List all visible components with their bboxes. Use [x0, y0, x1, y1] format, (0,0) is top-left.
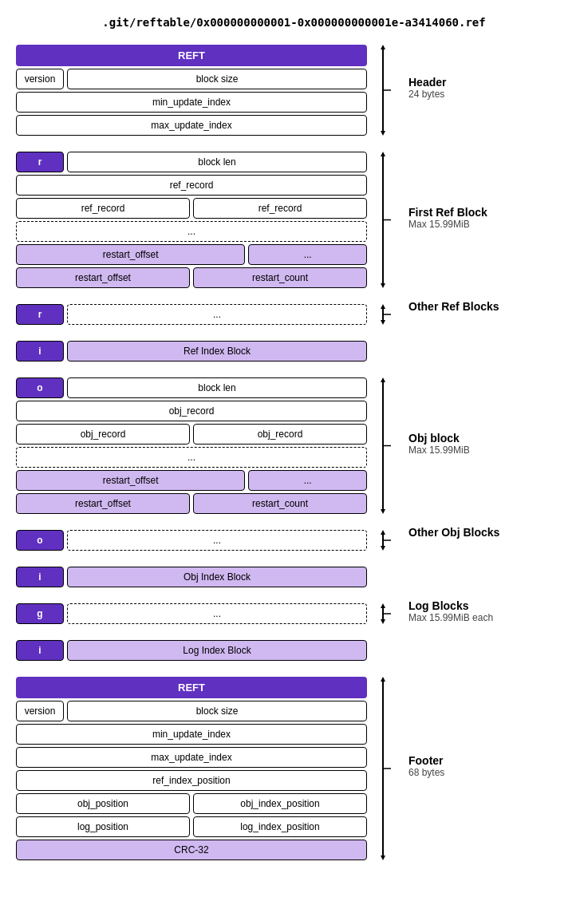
footer-ref-index-position: ref_index_position — [16, 770, 367, 791]
annotation-other-obj-blocks-group: Other Obj Blocks — [408, 526, 499, 539]
first-ref-block-group: r block len ref_record ref_record ref_re… — [16, 152, 367, 288]
ref-record-2: ref_record — [16, 198, 190, 219]
svg-marker-16 — [381, 530, 385, 535]
ellipsis-other-ref: ... — [67, 304, 367, 325]
svg-marker-18 — [381, 546, 385, 551]
footer-block-size-cell: block size — [67, 701, 367, 721]
other-ref-blocks-group: r ... — [16, 304, 367, 325]
obj-record-3: obj_record — [193, 424, 367, 445]
svg-marker-22 — [381, 619, 385, 624]
brace-lines — [375, 45, 574, 901]
ref-index-block-cell: Ref Index Block — [67, 341, 367, 362]
annotation-footer-group: Footer68 bytes — [408, 754, 444, 778]
annotation-log-blocks-group: Log BlocksMax 15.99MiB each — [408, 599, 493, 623]
log-blocks-group: g ... — [16, 603, 367, 624]
ellipsis-log: ... — [67, 603, 367, 624]
version-cell: version — [16, 69, 64, 89]
ellipsis-obj-2: ... — [248, 470, 367, 491]
obj-index-block-group: i Obj Index Block — [16, 567, 367, 587]
svg-marker-14 — [381, 509, 385, 514]
footer-crc32: CRC-32 — [16, 840, 367, 860]
obj-record-1: obj_record — [16, 401, 367, 421]
svg-marker-26 — [381, 856, 385, 860]
footer-obj-index-position: obj_index_position — [193, 793, 367, 814]
restart-offset-obj-1: restart_offset — [16, 470, 245, 491]
r-cell-other: r — [16, 304, 64, 325]
footer-min-update-index: min_update_index — [16, 724, 367, 745]
i-cell-obj-index: i — [16, 567, 64, 587]
max-update-index-cell: max_update_index — [16, 115, 367, 136]
restart-offset-obj-2: restart_offset — [16, 493, 190, 514]
svg-marker-12 — [381, 377, 385, 382]
block-len-cell-ref: block len — [67, 152, 367, 172]
obj-record-2: obj_record — [16, 424, 190, 445]
svg-marker-2 — [381, 131, 385, 136]
svg-marker-8 — [381, 304, 385, 309]
header-group: REFT version block size min_update_index… — [16, 45, 367, 136]
min-update-index-cell: min_update_index — [16, 92, 367, 113]
annotation-first-ref-block-group: First Ref BlockMax 15.99MiB — [408, 206, 487, 230]
footer-max-update-index: max_update_index — [16, 747, 367, 768]
ref-record-1: ref_record — [16, 175, 367, 196]
restart-offset-cell-2: restart_offset — [16, 267, 190, 288]
log-index-block-group: i Log Index Block — [16, 640, 367, 661]
svg-marker-20 — [381, 603, 385, 608]
obj-index-block-cell: Obj Index Block — [67, 567, 367, 587]
restart-offset-cell-1: restart_offset — [16, 244, 245, 265]
svg-marker-0 — [381, 45, 385, 49]
r-cell-ref: r — [16, 152, 64, 172]
block-len-cell-obj: block len — [67, 377, 367, 398]
svg-marker-24 — [381, 677, 385, 682]
restart-count-obj-cell: restart_count — [193, 493, 367, 514]
annotation-obj-block-group: Obj blockMax 15.99MiB — [408, 432, 470, 456]
diagram: REFT version block size min_update_index… — [16, 45, 367, 867]
footer-version-cell: version — [16, 701, 64, 721]
svg-marker-6 — [381, 283, 385, 288]
annotation-other-ref-blocks-group: Other Ref Blocks — [408, 300, 499, 313]
ellipsis-ref-1: ... — [16, 221, 367, 242]
footer-log-index-position: log_index_position — [193, 816, 367, 837]
obj-block-group: o block len obj_record obj_record obj_re… — [16, 377, 367, 514]
i-cell-ref-index: i — [16, 341, 64, 362]
o-cell-other: o — [16, 530, 64, 551]
footer-group: REFT version block size min_update_index… — [16, 677, 367, 860]
svg-marker-10 — [381, 320, 385, 325]
other-obj-blocks-group: o ... — [16, 530, 367, 551]
restart-count-cell: restart_count — [193, 267, 367, 288]
ref-index-block-group: i Ref Index Block — [16, 341, 367, 362]
ellipsis-other-obj: ... — [67, 530, 367, 551]
ellipsis-ref-2: ... — [248, 244, 367, 265]
page-title: .git/reftable/0x000000000001-0x000000000… — [16, 16, 572, 29]
ref-record-3: ref_record — [193, 198, 367, 219]
g-cell-log: g — [16, 603, 64, 624]
log-index-block-cell: Log Index Block — [67, 640, 367, 661]
i-cell-log-index: i — [16, 640, 64, 661]
svg-marker-4 — [381, 152, 385, 156]
reft-header-bar: REFT — [16, 45, 367, 66]
annotation-header-group: Header24 bytes — [408, 76, 446, 100]
ellipsis-obj-1: ... — [16, 447, 367, 468]
footer-log-position: log_position — [16, 816, 190, 837]
reft-footer-bar: REFT — [16, 677, 367, 698]
block-size-cell: block size — [67, 69, 367, 89]
annotations-panel: Header24 bytesFirst Ref BlockMax 15.99Mi… — [375, 45, 572, 867]
footer-obj-position: obj_position — [16, 793, 190, 814]
o-cell-obj: o — [16, 377, 64, 398]
